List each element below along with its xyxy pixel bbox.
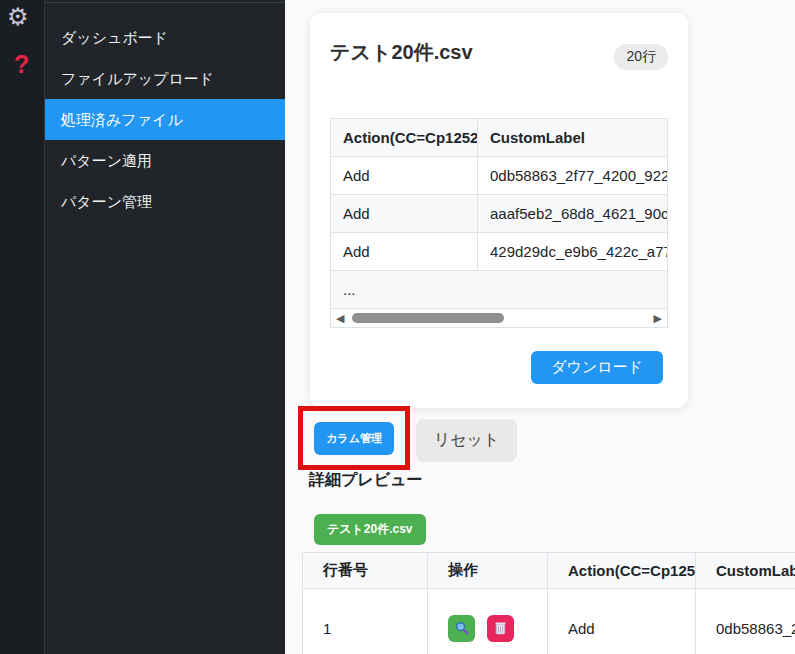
cell-customlabel: 0db58863_2f77_4200_922e_9 [478, 157, 667, 194]
cell-operations [428, 589, 548, 654]
table-row: Add 0db58863_2f77_4200_922e_9 [331, 157, 667, 195]
cell-row-number: 1 [303, 589, 428, 654]
horizontal-scrollbar[interactable]: ◀ ▶ [331, 309, 667, 327]
cell-action: Add [331, 195, 478, 232]
download-button[interactable]: ダウンロード [531, 351, 663, 384]
cell-action: Add [331, 157, 478, 194]
sidebar-item-pattern-apply[interactable]: パターン適用 [45, 140, 285, 181]
preview-table-header-row: Action(CC=Cp1252) CustomLabel [331, 119, 667, 157]
table-ellipsis-row: ... [331, 271, 667, 309]
column-manage-button[interactable]: カラム管理 [314, 422, 394, 455]
sidebar-menu: ダッシュボード ファイルアップロード 処理済みファイル パターン適用 パターン管… [45, 17, 285, 222]
cell-customlabel: aaaf5eb2_68d8_4621_90cc_5 [478, 195, 667, 232]
column-header-action: Action(CC=Cp1252) [331, 119, 478, 156]
scrollbar-thumb[interactable] [352, 313, 504, 323]
cell-customlabel: 0db58863_2f77_4200_922e_9 [696, 589, 795, 654]
scroll-left-icon[interactable]: ◀ [336, 309, 344, 327]
table-row: Add aaaf5eb2_68d8_4621_90cc_5 [331, 195, 667, 233]
table-row: Add 429d29dc_e9b6_422c_a776_3 [331, 233, 667, 271]
column-header-customlabel: CustomLabel [696, 553, 795, 588]
column-header-operations: 操作 [428, 553, 548, 588]
scrollbar-track[interactable] [350, 313, 647, 323]
sidebar-item-dashboard[interactable]: ダッシュボード [45, 17, 285, 58]
card-title: テスト20件.csv [330, 39, 473, 66]
detail-table-header-row: 行番号 操作 Action(CC=Cp1252) CustomLabel [303, 553, 795, 589]
sidebar-item-file-upload[interactable]: ファイルアップロード [45, 58, 285, 99]
icon-rail: ⚙ ? [0, 0, 45, 654]
column-header-action: Action(CC=Cp1252) [548, 553, 696, 588]
help-icon[interactable]: ? [14, 50, 29, 79]
view-row-button[interactable] [448, 615, 475, 642]
file-preview-card: テスト20件.csv 20行 Action(CC=Cp1252) CustomL… [310, 13, 688, 408]
detail-preview-heading: 詳細プレビュー [309, 470, 423, 491]
sidebar-item-processed-files[interactable]: 処理済みファイル [45, 99, 285, 140]
row-count-badge: 20行 [614, 44, 668, 70]
sidebar-top-divider [45, 2, 285, 3]
file-tab-badge[interactable]: テスト20件.csv [314, 514, 426, 545]
trash-icon [494, 621, 507, 635]
table-row: 1 [303, 589, 795, 654]
detail-preview-table: 行番号 操作 Action(CC=Cp1252) CustomLabel 1 [302, 552, 795, 654]
preview-table: Action(CC=Cp1252) CustomLabel Add 0db588… [330, 118, 668, 328]
cell-action: Add [331, 233, 478, 270]
column-header-customlabel: CustomLabel [478, 119, 667, 156]
trash-icon-button[interactable] [487, 615, 514, 642]
scroll-right-icon[interactable]: ▶ [654, 309, 662, 327]
sidebar-item-pattern-manage[interactable]: パターン管理 [45, 181, 285, 222]
magnifier-icon [455, 621, 469, 635]
annotation-highlight-box: カラム管理 [298, 406, 410, 470]
reset-button[interactable]: リセット [416, 419, 517, 462]
cell-action: Add [548, 589, 696, 654]
column-header-row-number: 行番号 [303, 553, 428, 588]
cell-customlabel: 429d29dc_e9b6_422c_a776_3 [478, 233, 667, 270]
gear-icon[interactable]: ⚙ [7, 3, 29, 31]
sidebar: ダッシュボード ファイルアップロード 処理済みファイル パターン適用 パターン管… [45, 0, 285, 654]
